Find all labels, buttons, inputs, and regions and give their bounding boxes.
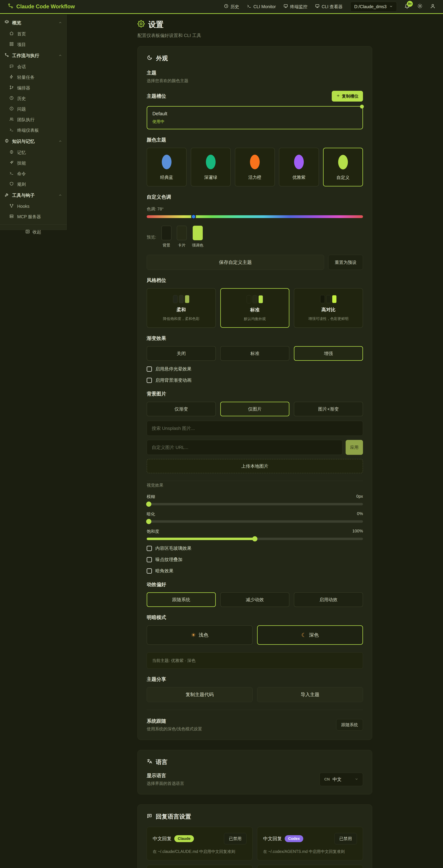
- nav-cli-monitor[interactable]: CLI Monitor: [247, 4, 276, 9]
- noise-texture-checkbox[interactable]: [147, 557, 152, 562]
- apply-url-button[interactable]: 应用: [346, 440, 363, 455]
- nav-cli-viewer[interactable]: CLI 查看器: [315, 4, 343, 9]
- display-language-select[interactable]: CN 中文: [320, 773, 363, 786]
- notifications-bell-button[interactable]: 9+: [405, 4, 410, 9]
- import-theme-button[interactable]: 导入主题: [257, 687, 363, 702]
- sidebar-group-tools[interactable]: 工具与钩子: [0, 190, 66, 201]
- chevron-down-icon: [355, 777, 358, 782]
- bell-icon: [405, 6, 410, 9]
- toggle-disabled-button[interactable]: 已禁用: [224, 833, 247, 844]
- sidebar-item-team-execution[interactable]: 团队执行: [0, 115, 66, 125]
- project-selector[interactable]: D:/Claude_dms3: [350, 2, 397, 12]
- sidebar-item-commands[interactable]: 命令: [0, 168, 66, 179]
- color-swatch: [338, 155, 348, 169]
- gradient-enhanced-button[interactable]: 增强: [294, 346, 363, 361]
- sidebar-item-mcp-servers[interactable]: MCP 服务器: [0, 212, 66, 222]
- gradient-standard-button[interactable]: 标准: [220, 346, 289, 361]
- user-icon: [430, 3, 435, 10]
- reply-language-card: 回复语言设置 中文回复 Claude 已禁用 在 ~/.claude/CLAUD…: [137, 804, 372, 868]
- theme-preset-vibrant-orange[interactable]: 活力橙: [235, 148, 275, 186]
- style-tier-label: 风格档位: [147, 277, 363, 284]
- motion-enable-button[interactable]: 启用动效: [294, 592, 363, 607]
- color-swatch: [162, 155, 171, 169]
- motion-follow-system-button[interactable]: 跟随系统: [147, 592, 216, 607]
- dark-mode-button[interactable]: ☾ 深色: [257, 625, 363, 645]
- hook-icon: [9, 204, 14, 209]
- nav-history[interactable]: 历史: [224, 4, 239, 9]
- clock-icon: [224, 4, 228, 9]
- sidebar-collapse-button[interactable]: 收起: [0, 225, 66, 239]
- save-custom-theme-button[interactable]: 保存自定义主题: [147, 255, 324, 270]
- bg-gradient-anim-checkbox[interactable]: [147, 378, 152, 383]
- sidebar-item-issues[interactable]: 问题: [0, 104, 66, 115]
- sun-icon: ☀: [191, 632, 196, 638]
- theme-slot-default[interactable]: Default 使用中: [147, 106, 363, 129]
- app-header: Claude Code Workflow 历史 CLI Monitor 终端监控…: [0, 0, 443, 14]
- theme-preset-custom[interactable]: 自定义: [323, 148, 363, 186]
- style-tier-soft[interactable]: 柔和 降低饱和度，柔和色彩: [147, 288, 216, 328]
- terminal-icon: [9, 171, 14, 176]
- sidebar-item-light-tasks[interactable]: 轻量任务: [0, 72, 66, 83]
- nav-terminal-monitor[interactable]: 终端监控: [283, 4, 308, 9]
- chevron-up-icon: [59, 139, 62, 144]
- current-theme-info: 当前主题: 优雅紫 · 深色: [147, 652, 363, 669]
- darken-slider[interactable]: [147, 520, 363, 523]
- copy-slot-button[interactable]: 复制槽位: [332, 91, 363, 101]
- sidebar-item-history[interactable]: 历史: [0, 93, 66, 104]
- sidebar-item-orchestrator[interactable]: 编排器: [0, 83, 66, 93]
- theme-desc: 选择您喜欢的颜色主题: [147, 78, 363, 84]
- sidebar-group-overview[interactable]: 概览: [0, 17, 66, 29]
- app-title: Claude Code Workflow: [16, 3, 75, 10]
- toggle-disabled-button[interactable]: 已禁用: [334, 833, 357, 844]
- sidebar-item-rules[interactable]: 规则: [0, 179, 66, 190]
- sidebar-item-terminal-dashboard[interactable]: 终端仪表板: [0, 125, 66, 135]
- reply-item-cli-enhance: CLI 调用增强 Codex 已禁用 为 Codex 启用多 CLI 工具调用功…: [257, 865, 363, 868]
- hover-glow-checkbox[interactable]: [147, 367, 152, 372]
- saturation-slider[interactable]: [147, 538, 363, 540]
- style-tier-standard[interactable]: 标准 默认均衡外观: [220, 288, 289, 328]
- blur-slider-thumb[interactable]: [146, 501, 151, 507]
- sidebar-item-hooks[interactable]: Hooks: [0, 201, 66, 212]
- theme-preset-elegant-purple[interactable]: 优雅紫: [279, 148, 319, 186]
- bg-mode-gradient-only-button[interactable]: 仅渐变: [147, 402, 216, 416]
- preview-accent: 强调色: [192, 226, 203, 248]
- upload-local-image-button[interactable]: 上传本地图片: [147, 459, 363, 473]
- system-follow-button[interactable]: 跟随系统: [336, 719, 363, 731]
- hue-value: 色调: 78°: [147, 206, 363, 212]
- sidebar-item-memory[interactable]: 记忆: [0, 147, 66, 158]
- shield-icon: [9, 182, 14, 187]
- copy-theme-code-button[interactable]: 复制主题代码: [147, 687, 253, 702]
- reset-to-preset-button[interactable]: 重置为预设: [328, 255, 363, 270]
- light-mode-button[interactable]: ☀ 浅色: [147, 625, 253, 645]
- zap-icon: [9, 75, 14, 80]
- frosted-glass-checkbox[interactable]: [147, 546, 152, 551]
- darken-slider-thumb[interactable]: [146, 519, 151, 524]
- blur-slider-block: 模糊 0px: [147, 494, 363, 505]
- unsplash-search-input[interactable]: [147, 421, 363, 436]
- user-menu-button[interactable]: [430, 3, 435, 10]
- chevron-up-icon: [59, 20, 62, 26]
- sidebar-group-workflow[interactable]: 工作流与执行: [0, 50, 66, 61]
- hue-slider[interactable]: [147, 215, 363, 218]
- bg-mode-image-gradient-button[interactable]: 图片+渐变: [294, 402, 363, 416]
- sidebar-item-home[interactable]: 首页: [0, 29, 66, 39]
- sidebar-item-sessions[interactable]: 会话: [0, 61, 66, 72]
- page-subtitle: 配置仪表板偏好设置和 CLI 工具: [137, 32, 372, 38]
- theme-preset-deep-green[interactable]: 深邃绿: [191, 148, 231, 186]
- color-swatch: [161, 226, 171, 240]
- theme-toggle-button[interactable]: [417, 3, 422, 10]
- blur-slider[interactable]: [147, 503, 363, 505]
- style-tier-high-contrast[interactable]: 高对比 增强可读性，色彩更鲜明: [294, 288, 363, 328]
- saturation-slider-thumb[interactable]: [252, 536, 257, 541]
- moon-icon: ☾: [302, 632, 306, 638]
- sidebar-group-knowledge[interactable]: 知识与记忆: [0, 135, 66, 147]
- custom-image-url-input[interactable]: [147, 440, 343, 455]
- gradient-off-button[interactable]: 关闭: [147, 346, 216, 361]
- motion-reduce-button[interactable]: 减少动效: [220, 592, 289, 607]
- theme-preset-classic-blue[interactable]: 经典蓝: [147, 148, 187, 186]
- sidebar-item-projects[interactable]: 项目: [0, 39, 66, 50]
- sidebar-item-skills[interactable]: 技能: [0, 158, 66, 168]
- hue-slider-thumb[interactable]: [191, 214, 196, 219]
- bg-mode-image-only-button[interactable]: 仅图片: [220, 402, 289, 416]
- vignette-checkbox[interactable]: [147, 568, 152, 574]
